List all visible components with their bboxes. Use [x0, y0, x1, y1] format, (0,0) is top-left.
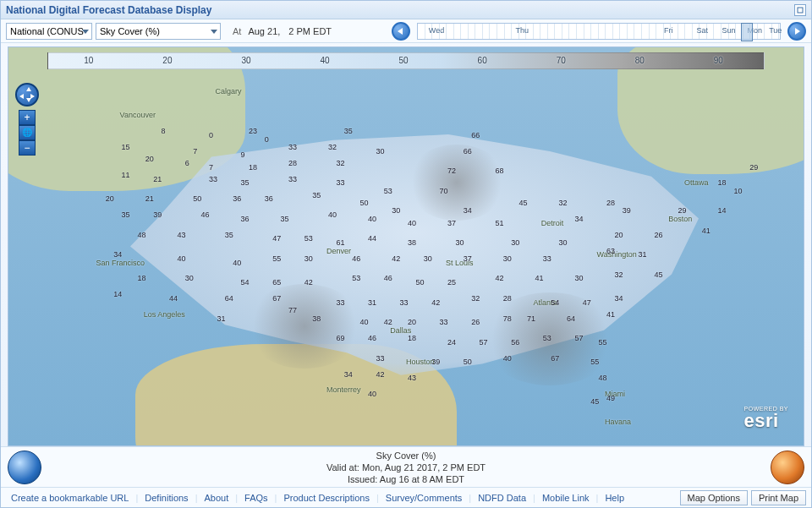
city-label: Ottawa — [684, 178, 709, 187]
skycover-value: 35 — [310, 191, 322, 199]
skycover-value: 18 — [716, 178, 728, 187]
skycover-value: 33 — [438, 318, 450, 326]
variable-select[interactable]: Sky Cover (%) — [96, 23, 221, 40]
skycover-value: 47 — [581, 298, 593, 307]
skycover-value: 56 — [509, 338, 521, 347]
footer-link[interactable]: NDFD Data — [473, 491, 531, 505]
city-label: Los Angeles — [144, 310, 185, 319]
map-area[interactable]: « 102030405060708090 + 🌐 − CalgaryVancou… — [8, 46, 804, 446]
skycover-value: 20 — [612, 231, 624, 239]
skycover-value: 35 — [239, 178, 251, 187]
skycover-value: 69 — [334, 334, 346, 342]
city-label: Vancouver — [120, 111, 156, 119]
skycover-value: 43 — [406, 374, 418, 382]
city-label: Washington — [597, 250, 637, 259]
skycover-value: 50 — [191, 194, 203, 203]
footer-link[interactable]: Survey/Comments — [381, 491, 467, 505]
skycover-value: 30 — [374, 147, 386, 156]
skycover-value: 37 — [446, 219, 458, 227]
region-select[interactable]: National (CONUS — [6, 23, 92, 40]
timeslider-day: Tue — [769, 26, 782, 35]
footer-link[interactable]: Mobile Link — [537, 491, 595, 505]
zoom-out-button[interactable]: − — [19, 140, 36, 156]
pan-control[interactable] — [15, 83, 39, 107]
skycover-value: 40 — [175, 254, 187, 263]
skycover-value: 10 — [732, 187, 743, 195]
footer-link[interactable]: Help — [600, 491, 629, 505]
skycover-value: 30 — [303, 254, 315, 263]
footer-link[interactable]: Product Descriptions — [278, 491, 375, 505]
city-label: Boston — [668, 215, 692, 223]
pan-left-icon — [19, 94, 24, 99]
timeslider-day: Thu — [516, 26, 529, 35]
skycover-value: 55 — [271, 254, 283, 263]
time-slider-cursor[interactable] — [741, 23, 753, 41]
skycover-value: 41 — [533, 274, 545, 282]
skycover-value: 0 — [263, 135, 271, 144]
legend-tick: 20 — [162, 56, 172, 65]
skycover-value: 66 — [462, 147, 474, 156]
skycover-value: 46 — [366, 334, 378, 342]
footer-link[interactable]: FAQs — [239, 491, 273, 505]
skycover-value: 18 — [406, 334, 418, 342]
map-options-button[interactable]: Map Options — [680, 490, 748, 505]
time-next-button[interactable] — [787, 22, 806, 41]
print-map-button[interactable]: Print Map — [751, 490, 806, 505]
skycover-value: 34 — [112, 250, 123, 259]
footer-link[interactable]: Create a bookmarkable URL — [6, 491, 134, 505]
legend-tick: 60 — [478, 56, 487, 65]
skycover-value: 46 — [200, 210, 211, 219]
skycover-value: 33 — [374, 354, 386, 363]
skycover-value: 31 — [637, 250, 649, 259]
info-text: Sky Cover (%) Valid at: Mon, Aug 21 2017… — [41, 450, 771, 485]
skycover-value: 38 — [406, 238, 418, 247]
zoom-full-button[interactable]: 🌐 — [19, 125, 36, 140]
skycover-value: 40 — [366, 215, 378, 223]
skycover-value: 30 — [509, 238, 521, 247]
skycover-value: 36 — [239, 215, 251, 223]
skycover-value: 50 — [414, 278, 425, 287]
skycover-value: 30 — [557, 238, 569, 247]
skycover-value: 40 — [366, 390, 378, 398]
pan-right-icon — [30, 94, 35, 99]
skycover-value: 67 — [271, 294, 283, 303]
skycover-value: 37 — [462, 254, 474, 263]
svg-marker-2 — [795, 28, 800, 35]
city-label: San Francisco — [96, 259, 145, 267]
skycover-value: 30 — [453, 238, 465, 247]
footer-link[interactable]: About — [199, 491, 233, 505]
skycover-value: 57 — [573, 334, 584, 342]
minimize-button[interactable] — [794, 4, 806, 16]
skycover-value: 49 — [605, 394, 617, 402]
timeslider-day: Sat — [697, 26, 709, 35]
skycover-value: 68 — [493, 167, 505, 175]
skycover-value: 34 — [343, 370, 354, 379]
skycover-value: 36 — [263, 194, 275, 203]
skycover-value: 33 — [334, 178, 346, 187]
skycover-value: 39 — [430, 358, 442, 366]
skycover-value: 33 — [334, 298, 346, 307]
city-label: Calgary — [215, 87, 241, 96]
footer-link[interactable]: Definitions — [140, 491, 193, 505]
skycover-value: 40 — [406, 219, 418, 227]
skycover-value: 41 — [605, 310, 617, 319]
skycover-value: 25 — [446, 278, 458, 287]
time-prev-button[interactable] — [392, 22, 410, 41]
skycover-value: 41 — [700, 227, 712, 235]
skycover-value: 32 — [557, 199, 569, 207]
skycover-value: 50 — [359, 199, 370, 207]
city-label: Havana — [605, 418, 631, 426]
legend-tick: 80 — [635, 56, 645, 65]
skycover-value: 55 — [597, 338, 609, 347]
skycover-value: 53 — [350, 274, 362, 282]
zoom-in-button[interactable]: + — [19, 110, 36, 125]
skycover-value: 15 — [120, 143, 132, 151]
skycover-value: 57 — [478, 338, 490, 347]
at-label: At — [233, 26, 241, 36]
city-label: Denver — [326, 247, 351, 255]
time-slider[interactable]: WedThuFriSatSunMonTue — [417, 23, 781, 40]
skycover-value: 61 — [334, 238, 346, 247]
skycover-value: 31 — [215, 314, 227, 323]
skycover-value: 77 — [287, 306, 299, 314]
skycover-value: 33 — [398, 298, 410, 307]
